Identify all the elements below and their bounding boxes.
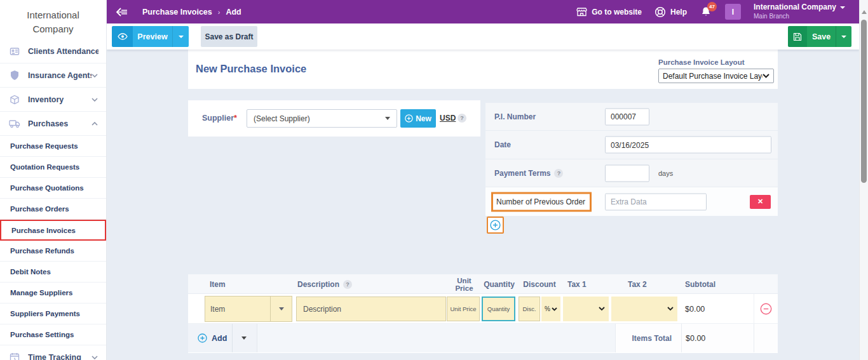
sidebar-item-quotation-requests[interactable]: Quotation Requests: [0, 157, 106, 178]
preview-button[interactable]: Preview: [112, 26, 189, 47]
discount-type-select[interactable]: %: [541, 297, 560, 321]
sidebar-item-label: Time Tracking: [28, 353, 91, 360]
calendar-clock-icon: [9, 352, 20, 360]
notifications-button[interactable]: 47: [700, 6, 712, 18]
circle-plus-icon: [405, 114, 413, 123]
sidebar-item-insurance-agents[interactable]: Insurance Agents: [0, 63, 106, 88]
currency-help-icon[interactable]: ?: [458, 114, 466, 123]
currency-link[interactable]: USD: [440, 114, 456, 123]
sidebar-item-purchase-orders[interactable]: Purchase Orders: [0, 199, 106, 220]
discount-type-value: %: [545, 305, 550, 312]
supplier-select[interactable]: (Select Supplier): [247, 109, 397, 128]
preview-dropdown-caret[interactable]: [172, 26, 189, 47]
breadcrumb-section[interactable]: Purchase Invoices: [142, 8, 212, 17]
sidebar-item-purchases[interactable]: Purchases: [0, 112, 106, 136]
sidebar-item-label: Insurance Agents: [28, 71, 92, 80]
sidebar-subitem-label: Suppliers Payments: [10, 310, 80, 317]
breadcrumb-separator: ›: [218, 8, 220, 16]
layout-select-value: Default Purchase Invoice Layout: [663, 72, 763, 81]
tax2-select[interactable]: [611, 297, 677, 321]
required-asterisk: *: [234, 114, 237, 123]
sidebar-item-debit-notes[interactable]: Debit Notes: [0, 262, 106, 283]
scrollbar-up-arrow[interactable]: [862, 10, 867, 14]
save-as-draft-button[interactable]: Save as Draft: [201, 26, 257, 47]
sidebar-item-inventory[interactable]: Inventory: [0, 88, 106, 112]
sidebar-subitem-label: Purchase Orders: [10, 205, 69, 213]
add-item-dropdown-caret[interactable]: [232, 324, 254, 352]
save-button[interactable]: Save: [788, 26, 851, 47]
col-header-description: Description ?: [297, 274, 352, 294]
vertical-scrollbar[interactable]: [859, 0, 868, 360]
payment-terms-help-icon[interactable]: ?: [554, 169, 563, 178]
payment-terms-row: Payment Terms ? days: [485, 159, 778, 187]
header-actions: Go to website Help 47 I International Co…: [576, 3, 859, 20]
extra-field-value-input[interactable]: [605, 193, 707, 210]
pi-number-input[interactable]: [605, 108, 649, 125]
help-label: Help: [670, 8, 687, 17]
sidebar: International Company Clients Attendance…: [0, 0, 107, 360]
days-suffix: days: [658, 170, 673, 177]
sidebar-item-time-tracking[interactable]: Time Tracking: [0, 345, 106, 360]
sidebar-item-purchase-invoices[interactable]: Purchase Invoices: [0, 220, 106, 241]
quantity-input[interactable]: [482, 297, 515, 321]
top-header-bar: Purchase Invoices › Add Go to website He…: [107, 0, 859, 23]
chevron-down-icon: [241, 337, 247, 340]
description-input[interactable]: [296, 297, 446, 321]
sidebar-subitem-label: Purchase Quotations: [10, 184, 84, 192]
circle-minus-icon: [760, 303, 772, 315]
item-dropdown-button[interactable]: [270, 296, 292, 322]
date-row: Date: [485, 131, 778, 159]
chevron-down-icon: [840, 6, 845, 9]
description-help-icon[interactable]: ?: [343, 280, 352, 289]
chevron-down-icon: [763, 74, 770, 78]
totals-empty-cell: [754, 324, 778, 352]
extra-field-name-input[interactable]: [491, 192, 592, 211]
payment-terms-input[interactable]: [605, 164, 649, 182]
help-link[interactable]: Help: [654, 6, 687, 18]
sidebar-item-purchase-quotations[interactable]: Purchase Quotations: [0, 178, 106, 199]
action-toolbar: Preview Save as Draft Save: [107, 23, 859, 50]
date-input[interactable]: [605, 137, 771, 154]
item-select[interactable]: [205, 296, 292, 322]
chevron-down-icon: [279, 307, 284, 310]
go-to-website-link[interactable]: Go to website: [576, 8, 642, 17]
date-label: Date: [494, 140, 511, 149]
tax1-select[interactable]: [563, 297, 609, 321]
avatar[interactable]: I: [725, 4, 741, 20]
shield-icon: [9, 70, 20, 81]
col-header-quantity: Quantity: [482, 274, 517, 294]
sidebar-item-purchase-settings[interactable]: Purchase Settings: [0, 324, 106, 345]
col-header-item: Item: [210, 274, 226, 294]
sidebar-item-manage-suppliers[interactable]: Manage Suppliers: [0, 283, 106, 303]
supplier-label: Supplier*: [202, 114, 237, 123]
layout-select[interactable]: Default Purchase Invoice Layout: [658, 69, 774, 83]
eye-icon: [112, 26, 133, 47]
circle-plus-icon: [198, 333, 207, 343]
storefront-icon: [576, 8, 587, 17]
sidebar-subitem-label: Purchase Refunds: [10, 247, 74, 255]
save-dropdown-caret[interactable]: [836, 26, 851, 47]
item-input[interactable]: [205, 296, 270, 322]
remove-extra-field-button[interactable]: ✕: [750, 195, 771, 209]
title-card: New Purchase Invoice Purchase Invoice La…: [188, 50, 778, 89]
sidebar-subitem-label: Purchase Invoices: [11, 227, 76, 234]
chevron-down-icon: [385, 117, 390, 120]
discount-input[interactable]: [519, 297, 540, 321]
new-supplier-button[interactable]: New: [400, 109, 436, 128]
add-item-button[interactable]: Add: [188, 324, 227, 352]
scrollbar-thumb[interactable]: [861, 20, 867, 183]
company-menu[interactable]: International Company Main Branch: [754, 3, 845, 20]
chevron-down-icon: [667, 307, 674, 311]
sidebar-item-purchase-refunds[interactable]: Purchase Refunds: [0, 241, 106, 262]
add-extra-field-button[interactable]: [487, 217, 504, 234]
delete-row-button[interactable]: [754, 294, 778, 324]
unit-price-input[interactable]: [447, 297, 480, 321]
company-logo[interactable]: International Company: [0, 0, 106, 44]
go-to-website-label: Go to website: [592, 8, 642, 17]
company-name: International Company: [754, 3, 836, 11]
collapse-sidebar-button[interactable]: [111, 0, 133, 23]
sidebar-item-suppliers-payments[interactable]: Suppliers Payments: [0, 303, 106, 324]
sidebar-item-purchase-requests[interactable]: Purchase Requests: [0, 136, 106, 157]
branch-name: Main Branch: [754, 12, 845, 20]
sidebar-menu: Clients Attendance Insurance Agents Inve…: [0, 39, 106, 360]
